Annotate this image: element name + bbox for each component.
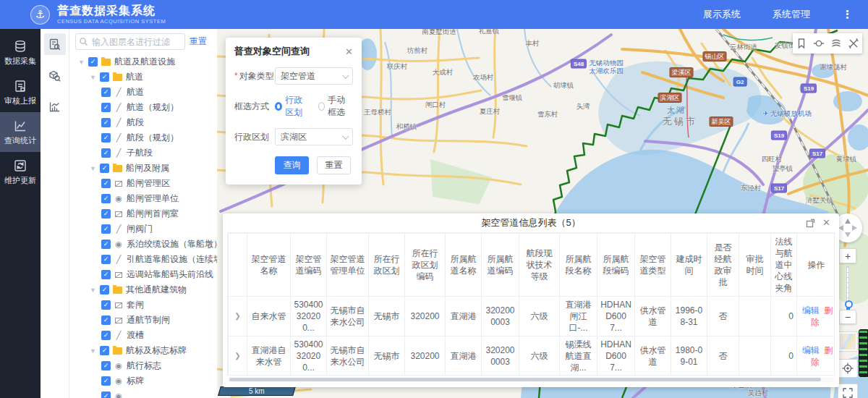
sidebar-item-stats[interactable]: 查询统计 — [0, 112, 41, 152]
table-close-icon[interactable]: ✕ — [822, 218, 830, 228]
nav-display-system[interactable]: 展示系统 — [703, 8, 741, 21]
zoom-in-button[interactable]: + — [839, 248, 856, 263]
map-area[interactable]: 南夏墅街道礼嘉镇丰村坊前村联庆村大成村农场村雪堰镇夏庄村闸口村王母桥村和桥镇雪东… — [217, 29, 868, 398]
layer-tree-item[interactable]: ✓╱航道（规划） — [75, 100, 217, 115]
scrollbar-thumb[interactable] — [229, 378, 821, 381]
zoom-slider-knob[interactable] — [845, 300, 853, 308]
doc-search-icon — [48, 38, 61, 51]
bookmark-icon[interactable] — [796, 38, 807, 49]
layer-tree-item[interactable]: ✓╱航段（规划） — [75, 130, 217, 145]
overview-map-button[interactable] — [838, 331, 858, 352]
layer-checkbox[interactable]: ✓ — [100, 346, 109, 355]
table-cell: 1996-08-31 — [671, 297, 707, 336]
layer-checkbox[interactable]: ✓ — [101, 331, 111, 340]
layer-tree-item[interactable]: ✓◉标牌 — [75, 373, 217, 389]
dialog-close-icon[interactable]: ✕ — [345, 46, 353, 57]
rail-button-stat-chart[interactable] — [44, 96, 66, 117]
layer-checkbox[interactable]: ✓ — [101, 376, 111, 386]
fullscreen-button[interactable] — [838, 384, 858, 398]
layer-tree-item[interactable]: ▼✓其他通航建筑物 — [75, 282, 217, 297]
edit-link[interactable]: 编辑 — [802, 305, 820, 316]
radio-admin-district[interactable]: 行政区划 — [275, 94, 310, 119]
reset-button[interactable]: 重置 — [317, 156, 351, 174]
rail-button-cube-search[interactable] — [44, 64, 66, 86]
object-type-select[interactable]: 架空管道 — [275, 67, 353, 85]
layer-checkbox[interactable]: ✓ — [101, 148, 111, 158]
rail-button-doc-search[interactable] — [44, 33, 66, 55]
layer-tree-item[interactable]: ✓远调站靠船码头前沿线 — [75, 267, 217, 282]
edit-link[interactable]: 编辑 — [802, 345, 820, 355]
layer-tree-item[interactable]: ✓╱闸阀门 — [75, 221, 217, 237]
layer-label: 渡槽 — [127, 329, 144, 342]
zoom-out-button[interactable]: − — [839, 310, 856, 324]
layer-checkbox[interactable]: ✓ — [101, 209, 111, 219]
table-cell: 无锡市自来水公司 — [327, 336, 369, 376]
layer-tree-item[interactable]: ✓╱子航段 — [75, 145, 217, 161]
district-select[interactable]: 滨湖区 — [275, 128, 353, 145]
chevron-down-icon — [342, 132, 349, 140]
maximize-icon[interactable] — [806, 219, 815, 228]
layer-checkbox[interactable]: ✓ — [100, 164, 109, 173]
layer-tree-item[interactable]: ✓船闸闸首闸室 — [75, 206, 217, 221]
line-layer-icon: ╱ — [114, 103, 123, 112]
layer-tree-item[interactable]: ✓套闸 — [75, 297, 217, 313]
layer-tree-item[interactable]: ▼✓航道及航道设施 — [75, 54, 217, 69]
layer-tree-item[interactable]: ✓◉ — [75, 389, 217, 398]
layer-checkbox[interactable]: ✓ — [101, 103, 111, 112]
more-menu-icon[interactable]: ⋮ — [842, 8, 854, 21]
caret-down-icon[interactable]: ▼ — [78, 59, 85, 66]
layer-checkbox[interactable]: ✓ — [101, 316, 111, 325]
row-expand-icon[interactable]: ❯ — [229, 297, 247, 336]
layer-checkbox[interactable]: ✓ — [101, 224, 111, 234]
caret-down-icon[interactable]: ▼ — [90, 347, 96, 355]
layer-checkbox[interactable]: ✓ — [101, 361, 111, 371]
layer-checkbox[interactable]: ✓ — [101, 179, 111, 188]
radio-manual-box[interactable]: 手动框选 — [318, 94, 353, 119]
table-title: 架空管道信息列表（5） — [481, 216, 580, 229]
layer-checkbox[interactable]: ✓ — [101, 270, 111, 279]
layer-tree-item[interactable]: ✓通航节制闸 — [75, 313, 217, 328]
query-button[interactable]: 查询 — [275, 156, 309, 174]
nav-system-management[interactable]: 系统管理 — [773, 8, 810, 21]
layer-label: 船闸及附属 — [126, 162, 169, 174]
layer-checkbox[interactable]: ✓ — [101, 255, 111, 264]
layer-tree-item[interactable]: ✓╱航段 — [75, 115, 217, 130]
layer-checkbox[interactable]: ✓ — [101, 118, 111, 127]
radio-label: 手动框选 — [328, 94, 353, 119]
layers-icon[interactable] — [830, 38, 842, 49]
layer-tree-item[interactable]: ▼✓航标及标志标牌 — [75, 343, 217, 358]
sidebar-item-report[interactable]: 审核上报 — [0, 72, 41, 112]
sidebar-item-maintain[interactable]: 维护更新 — [0, 152, 41, 192]
layer-tree-item[interactable]: ✓╱引航道靠船设施（连续墙式） — [75, 252, 217, 267]
layer-checkbox[interactable]: ✓ — [88, 57, 98, 67]
row-expand-icon[interactable]: ❯ — [229, 336, 247, 376]
layer-checkbox[interactable]: ✓ — [101, 88, 111, 97]
layer-tree-item[interactable]: ✓╱航道 — [75, 85, 217, 100]
caret-down-icon[interactable]: ▼ — [90, 165, 96, 172]
layer-tree-item[interactable]: ✓╱渡槽 — [75, 328, 217, 343]
layer-tree-item[interactable]: ▼✓航道 — [75, 69, 217, 85]
locate-button[interactable] — [838, 359, 858, 378]
layer-checkbox[interactable]: ✓ — [100, 285, 109, 295]
layer-checkbox[interactable]: ✓ — [101, 133, 111, 143]
layer-tree-item[interactable]: ✓◉船闸管理单位 — [75, 191, 217, 206]
point-layer-icon: ◉ — [114, 194, 123, 203]
measure-icon[interactable] — [848, 38, 859, 49]
layer-checkbox[interactable]: ✓ — [101, 194, 111, 203]
layer-tree-item[interactable]: ✓船闸管理区 — [75, 176, 217, 191]
layer-filter-input[interactable] — [75, 33, 185, 50]
layer-checkbox[interactable]: ✓ — [100, 72, 109, 82]
sidebar-item-collect[interactable]: 数据采集 — [0, 33, 41, 72]
caret-down-icon[interactable]: ▼ — [90, 287, 96, 294]
layer-checkbox[interactable]: ✓ — [101, 300, 111, 310]
caret-down-icon[interactable]: ▼ — [90, 74, 96, 81]
layer-tree-item[interactable]: ✓◉航行标志 — [75, 358, 217, 373]
table-cell — [739, 336, 771, 376]
select-node-icon[interactable] — [813, 38, 825, 49]
layer-tree-item[interactable]: ✓◉系泊绞缆设施（靠船墩） — [75, 237, 217, 252]
layer-tree-item[interactable]: ▼✓船闸及附属 — [75, 161, 217, 176]
layer-checkbox[interactable]: ✓ — [101, 240, 111, 249]
layer-filter-reset-link[interactable]: 重置 — [190, 35, 207, 48]
layer-label: 子航段 — [127, 147, 153, 159]
layer-checkbox[interactable]: ✓ — [101, 391, 111, 398]
